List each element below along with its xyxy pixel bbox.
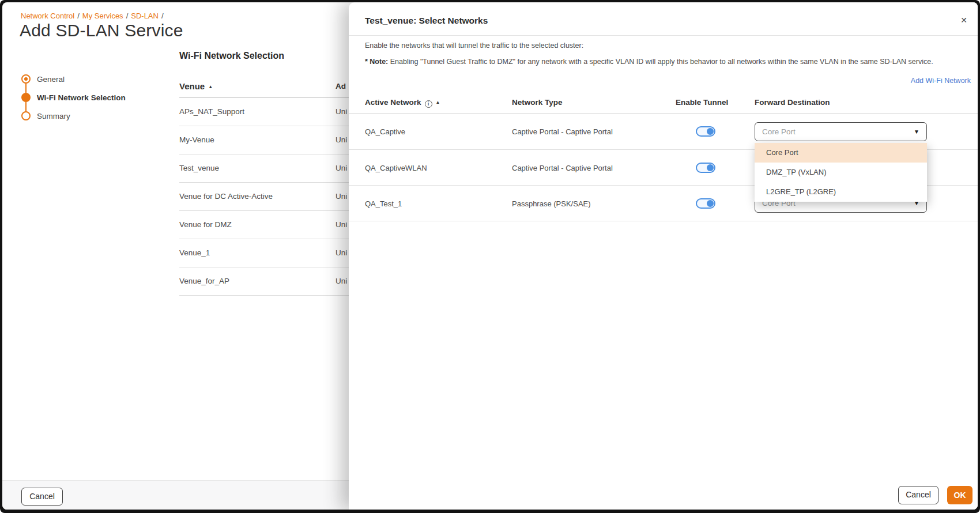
sort-asc-icon: ▲ [208,84,213,89]
venue-table-header: Venue▲ Ad [179,77,351,98]
enable-tunnel-toggle[interactable] [696,163,715,173]
breadcrumb-network-control[interactable]: Network Control [21,12,74,20]
venue-col2: Uni [336,277,347,285]
active-network-column-header[interactable]: Active Networki▲ [365,98,440,108]
toggle-knob [707,164,714,171]
breadcrumb-separator: / [161,12,164,20]
forward-destination-column-header: Forward Destination [755,98,830,107]
breadcrumb-sd-lan[interactable]: SD-LAN [131,12,159,20]
section-title: Wi-Fi Network Selection [179,51,284,61]
enable-tunnel-column-header: Enable Tunnel [676,98,728,107]
breadcrumb-my-services[interactable]: My Services [82,12,123,20]
venue-col2: Uni [336,164,347,172]
dropdown-option-core-port[interactable]: Core Port [755,143,927,163]
venue-name: Test_venue [179,164,219,172]
network-type: Captive Portal - Captive Portal [512,164,613,172]
network-type: Passphrase (PSK/SAE) [512,199,591,208]
venue-name: Venue_1 [179,248,210,257]
info-icon[interactable]: i [425,100,432,108]
venue-row[interactable]: Venue for DC Active-ActiveUni [179,183,351,211]
modal-title: Test_venue: Select Networks [365,16,488,26]
add-sdlan-page: Network Control/My Services/SD-LAN/ Add … [2,2,978,510]
venue-name: Venue for DMZ [179,220,232,229]
venue-col2: Uni [336,135,347,144]
venue-col2: Uni [336,192,347,201]
modal-description: Enable the networks that will tunnel the… [365,42,583,50]
toggle-knob [707,200,714,207]
breadcrumb-separator: / [77,12,80,20]
network-name: QA_Test_1 [365,199,402,208]
step-completed-icon [21,74,31,84]
venue-column-header[interactable]: Venue▲ [179,81,213,91]
network-type-column-header[interactable]: Network Type [512,98,563,107]
step-label: General [37,75,65,84]
venue-row[interactable]: Venue_for_APUni [179,267,351,296]
modal-ok-button[interactable]: OK [947,486,973,504]
app-window: Network Control/My Services/SD-LAN/ Add … [0,0,980,513]
enable-tunnel-toggle[interactable] [696,198,715,209]
venue-name: My-Venue [179,135,214,144]
breadcrumb-separator: / [126,12,129,20]
venue-row[interactable]: My-VenueUni [179,126,351,154]
note-prefix: * Note: [365,58,388,66]
forward-destination-select[interactable]: Core Port ▼ [755,122,927,141]
dropdown-arrow-icon: ▼ [914,129,919,135]
venue-col2: Uni [336,248,347,257]
note-text: Enabling "Tunnel Guest Traffic to DMZ" f… [388,58,933,66]
step-current-icon [21,93,31,102]
dropdown-option-l2gre-tp[interactable]: L2GRE_TP (L2GRE) [755,182,927,202]
step-label: Summary [37,112,70,120]
venue-row[interactable]: Venue_1Uni [179,239,351,267]
network-type: Captive Portal - Captive Portal [512,127,613,136]
page-title: Add SD-LAN Service [20,21,183,40]
venue-name: Venue_for_AP [179,277,229,285]
venue-row[interactable]: Venue for DMZUni [179,211,351,239]
venue-name: Venue for DC Active-Active [179,192,273,201]
venue-name: APs_NAT_Support [179,107,244,116]
venue-col2: Uni [336,107,347,116]
toggle-knob [707,128,714,135]
add-wifi-network-link[interactable]: Add Wi-Fi Network [911,77,971,85]
sort-asc-icon: ▲ [436,100,440,105]
dropdown-option-dmz-tp[interactable]: DMZ_TP (VxLAN) [755,163,927,182]
venue-table: Venue▲ Ad APs_NAT_SupportUni My-VenueUni… [179,77,351,296]
forward-destination-dropdown-menu: Core Port DMZ_TP (VxLAN) L2GRE_TP (L2GRE… [755,143,927,202]
network-name: QA_CaptiveWLAN [365,164,427,172]
network-table-header: Active Networki▲ Network Type Enable Tun… [349,93,978,113]
venue-row[interactable]: Test_venueUni [179,154,351,183]
step-upcoming-icon [21,111,31,120]
select-value: Core Port [762,127,796,136]
step-label: Wi-Fi Network Selection [37,93,126,102]
venue-col2: Uni [336,220,347,229]
clipped-column-header[interactable]: Ad [336,82,346,90]
modal-note: * Note: Enabling "Tunnel Guest Traffic t… [365,58,933,66]
page-cancel-button[interactable]: Cancel [21,488,63,506]
select-networks-modal: Test_venue: Select Networks ✕ Enable the… [349,2,978,510]
modal-cancel-button[interactable]: Cancel [898,486,938,504]
venue-row[interactable]: APs_NAT_SupportUni [179,98,351,126]
enable-tunnel-toggle[interactable] [696,126,715,137]
close-icon[interactable]: ✕ [960,16,967,25]
breadcrumb: Network Control/My Services/SD-LAN/ [21,12,167,20]
network-name: QA_Captive [365,127,405,136]
modal-header-divider [349,35,978,36]
